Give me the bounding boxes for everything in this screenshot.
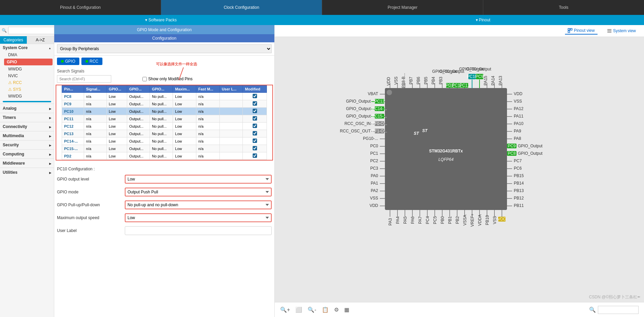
modified-checkbox[interactable] <box>253 124 257 128</box>
sidebar-search-input[interactable] <box>8 27 54 34</box>
gpio-output-level-row: GPIO output level Low High <box>57 175 272 184</box>
cell-max: Low <box>173 115 196 123</box>
section-connectivity[interactable]: Connectivity <box>0 122 54 131</box>
toolbar-search-input[interactable] <box>598 306 639 314</box>
configuration-header: Configuration <box>54 34 274 42</box>
sidebar-item-wwdg2[interactable]: WWDG <box>3 93 54 100</box>
connectivity-arrow <box>49 124 51 129</box>
table-row[interactable]: PC8 n/a Low Output... No pull... Low n/a <box>62 93 267 100</box>
sidebar-item-nvic[interactable]: NVIC <box>3 72 54 79</box>
expand-icon[interactable]: ⬜ <box>295 307 302 313</box>
pin-pa6-bottom: PA6 <box>410 216 415 224</box>
pc10-title: PC10 Configuration : <box>57 167 272 171</box>
show-modified-checkbox[interactable] <box>142 77 147 81</box>
cell-gpio2: Output... <box>127 100 150 108</box>
section-computing[interactable]: Computing <box>0 149 54 158</box>
pin-pa1-left: PA1 <box>371 181 378 186</box>
cell-modified <box>243 145 267 152</box>
gpio-pullup-select[interactable]: No pull-up and no pull-down Pull-up Pull… <box>125 200 272 209</box>
nav-tools[interactable]: Tools <box>483 0 644 15</box>
cell-gpio1: Low <box>106 123 127 130</box>
modified-checkbox[interactable] <box>253 109 257 113</box>
cell-gpio3: No pull... <box>150 115 173 123</box>
nav-clock[interactable]: Clock Configuration <box>161 0 322 15</box>
pinout-view-btn[interactable]: Pinout view <box>565 27 597 35</box>
subnav-software-packs[interactable]: ▾ Software Packs <box>0 18 322 22</box>
cell-modified <box>243 130 267 138</box>
modified-checkbox[interactable] <box>253 116 257 121</box>
sidebar-item-wwdg[interactable]: WWDG <box>3 66 54 72</box>
rcc-dot <box>85 60 88 63</box>
table-row[interactable]: PC15-... n/a Low Output... No pull... Lo… <box>62 145 267 152</box>
gpio-output-level-select[interactable]: Low High <box>125 175 272 184</box>
cell-pin: PD2 <box>62 152 84 160</box>
svg-rect-2 <box>568 31 570 33</box>
table-row[interactable]: PD2 n/a Low Output... No pull... Low n/a <box>62 152 267 160</box>
section-security[interactable]: Security <box>0 140 54 149</box>
rcc-button[interactable]: RCC <box>81 58 102 65</box>
cell-max: Low <box>173 145 196 152</box>
pin-pc9-top: PC9 <box>475 74 484 79</box>
tab-categories[interactable]: Categories <box>0 36 27 44</box>
section-timers[interactable]: Timers <box>0 113 54 122</box>
modified-checkbox[interactable] <box>253 139 257 143</box>
pin-vss-bottom: VSS <box>492 216 497 224</box>
section-analog[interactable]: Analog <box>0 104 54 113</box>
pin-pb1-bottom: PB1 <box>448 216 452 224</box>
pin-pb2-bottom: PB2 <box>455 216 460 224</box>
layers-icon[interactable]: 📋 <box>322 307 329 313</box>
pin-pf0-left: PF0-O... <box>372 121 387 126</box>
table-row[interactable]: PC14-... n/a Low Output... No pull... Lo… <box>62 138 267 145</box>
pin-vdd-left: VDD <box>369 203 378 208</box>
table-row[interactable]: PC13 n/a Low Output... No pull... Low n/… <box>62 130 267 138</box>
subnav-pinout[interactable]: ▾ Pinout <box>322 18 644 22</box>
col-modified: Modified <box>243 86 267 93</box>
table-row[interactable]: PC9 n/a Low Output... No pull... Low n/a <box>62 100 267 108</box>
modified-checkbox[interactable] <box>253 146 257 150</box>
gpio-mode-select[interactable]: Output Push Pull Output Open Drain <box>125 188 272 196</box>
sidebar-item-dma[interactable]: DMA <box>3 51 54 58</box>
gpio-output-level-label: GPIO output level <box>57 177 125 182</box>
zoom-in-icon[interactable]: 🔍+ <box>280 307 290 313</box>
settings-icon[interactable]: ⚙ <box>334 307 339 313</box>
cell-gpio1: Low <box>106 108 127 115</box>
gpio-label-pc15-left: GPIO_Output <box>346 114 371 119</box>
center-panel: GPIO Mode and Configuration Configuratio… <box>54 25 275 317</box>
section-middleware[interactable]: Middleware <box>0 158 54 168</box>
zoom-out-icon[interactable]: 🔍- <box>308 307 316 313</box>
gpio-button[interactable]: GPIO <box>57 58 79 65</box>
modified-checkbox[interactable] <box>253 101 257 106</box>
toolbar-search-icon[interactable]: 🔍 <box>589 307 596 313</box>
cell-gpio2: Output... <box>127 108 150 115</box>
section-system-core[interactable]: System Core <box>0 44 54 51</box>
pin-pb0-bottom: PB0 <box>440 216 445 224</box>
system-view-btn[interactable]: System view <box>604 27 639 34</box>
grid-icon[interactable]: ▦ <box>344 307 349 313</box>
tab-atoz[interactable]: A->Z <box>27 36 54 44</box>
cell-modified <box>243 93 267 100</box>
nav-project[interactable]: Project Manager <box>322 0 483 15</box>
sidebar-item-rcc[interactable]: ⚠ RCC <box>3 79 54 86</box>
cell-modified <box>243 152 267 160</box>
gpio-max-speed-select[interactable]: Low Medium High Very High <box>125 213 272 222</box>
cell-max: Low <box>173 123 196 130</box>
nav-pinout[interactable]: Pinout & Configuration <box>0 0 161 15</box>
modified-checkbox[interactable] <box>253 94 257 98</box>
sidebar-item-sys[interactable]: ⚠ SYS <box>3 86 54 93</box>
cell-modified <box>243 108 267 115</box>
section-utilities[interactable]: Utilities <box>0 168 54 177</box>
section-multimedia[interactable]: Multimedia <box>0 131 54 140</box>
modified-checkbox[interactable] <box>253 153 257 158</box>
gpio-max-speed-label: Maximum output speed <box>57 215 125 220</box>
table-row[interactable]: PC12 n/a Low Output... No pull... Low n/… <box>62 123 267 130</box>
table-row[interactable]: PC11 n/a Low Output... No pull... Low n/… <box>62 115 267 123</box>
modified-checkbox[interactable] <box>253 131 257 135</box>
group-by-select[interactable]: Group By Peripherals <box>57 44 272 53</box>
search-signals-input[interactable] <box>57 75 111 83</box>
pin-pa2-left: PA2 <box>371 188 378 193</box>
user-label-input[interactable] <box>125 226 272 235</box>
table-row[interactable]: PC10 n/a Low Output... No pull... Low n/… <box>62 108 267 115</box>
sidebar-item-gpio[interactable]: GPIO <box>4 59 53 65</box>
bottom-toolbar: 🔍+ ⬜ 🔍- 📋 ⚙ ▦ 🔍 <box>275 302 644 317</box>
cell-gpio1: Low <box>106 93 127 100</box>
